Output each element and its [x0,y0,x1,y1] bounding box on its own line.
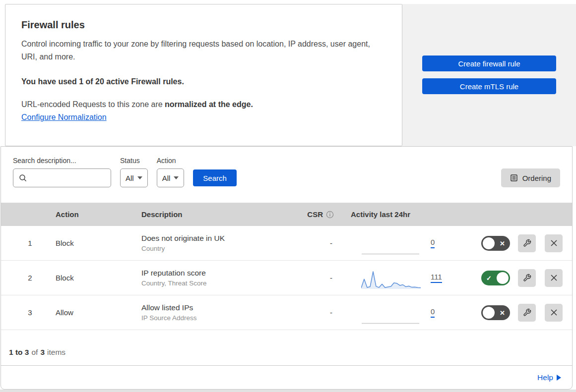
create-mtls-rule-button[interactable]: Create mTLS rule [422,78,556,94]
help-link[interactable]: Help [537,373,561,382]
rule-activity-cell: 0 [345,301,466,324]
table-row: 2 Block IP reputation score Country, Thr… [1,261,572,295]
edit-rule-button[interactable] [518,269,536,287]
status-filter-label: Status [120,157,148,165]
rule-enabled-toggle[interactable]: ✓ ✕ [481,271,510,285]
wrench-icon [523,239,531,247]
rule-enabled-toggle[interactable]: ✓ ✕ [481,305,510,320]
edit-rule-button[interactable] [518,234,536,252]
top-section: Firewall rules Control incoming traffic … [0,0,576,146]
rule-csr-value: - [293,274,345,282]
page-title: Firewall rules [21,19,377,31]
search-field: Search description... [13,157,111,187]
rule-priority: 3 [1,308,48,317]
delete-rule-button[interactable] [545,304,563,322]
filter-bar: Search description... Status All Action [1,147,572,203]
configure-normalization-link[interactable]: Configure Normalization [21,113,107,122]
intro-description: Control incoming traffic to your zone by… [21,38,374,63]
chevron-down-icon [137,176,142,179]
rule-csr-value: - [293,239,345,247]
ordering-button[interactable]: Ordering [501,168,560,187]
table-row: 3 Allow Allow listed IPs IP Source Addre… [1,295,572,330]
rule-description: Allow listed IPs [141,303,293,312]
header-description: Description [134,210,293,219]
header-csr: CSR [293,210,345,219]
rule-priority: 1 [1,239,48,247]
rule-description: IP reputation score [141,269,293,278]
header-activity: Activity last 24hr [345,210,466,219]
status-filter: Status All [120,157,148,187]
rule-csr-value: - [293,308,345,317]
search-label: Search description... [13,157,111,165]
close-icon [550,309,558,316]
toggle-knob [497,272,509,284]
help-bar: Help [1,365,572,389]
rule-activity-cell: 0 [345,232,466,255]
toggle-knob [483,307,495,319]
activity-sparkline [361,270,421,289]
edit-rule-button[interactable] [518,304,536,322]
rule-controls: ✓ ✕ [466,269,572,287]
action-filter: Action All [157,157,185,187]
normalization-text: URL-encoded Requests to this zone are no… [21,100,377,109]
close-icon [550,239,558,247]
ordering-button-label: Ordering [522,174,551,182]
action-filter-value: All [162,174,171,182]
activity-count-link[interactable]: 0 [431,238,435,248]
create-firewall-rule-button[interactable]: Create firewall rule [422,56,556,71]
search-icon [19,174,27,182]
list-document-icon [510,174,518,182]
help-link-label: Help [537,373,553,382]
intro-card: Firewall rules Control incoming traffic … [5,4,402,146]
actions-panel: Create firewall rule Create mTLS rule [402,4,576,146]
rule-description: Does not originate in UK [141,234,293,243]
items-total: 3 [40,348,45,357]
toggle-knob [483,237,495,249]
rule-action: Allow [48,308,134,317]
rules-list-card: Search description... Status All Action [0,146,573,390]
activity-sparkline [361,235,421,255]
table-header: Action Description CSR Activity last 24h… [1,203,572,226]
rule-description-cell: Allow listed IPs IP Source Address [134,303,293,322]
rule-description-cell: IP reputation score Country, Threat Scor… [134,269,293,287]
activity-count-link[interactable]: 111 [431,273,442,283]
check-icon: ✓ [486,274,492,281]
wrench-icon [523,274,531,282]
action-filter-label: Action [157,157,185,165]
rule-description-cell: Does not originate in UK Country [134,234,293,252]
rule-controls: ✓ ✕ [466,234,572,252]
rule-priority: 2 [1,274,48,282]
chevron-down-icon [174,176,179,179]
table-row: 1 Block Does not originate in UK Country… [1,226,572,261]
activity-sparkline [361,304,421,324]
rule-action: Block [48,274,134,282]
delete-rule-button[interactable] [545,269,563,287]
x-icon: ✕ [500,309,505,316]
rule-controls: ✓ ✕ [466,304,572,322]
firewall-rules-page: Firewall rules Control incoming traffic … [0,0,576,392]
normalization-bold: normalized at the edge. [165,100,253,109]
rules-usage-text: You have used 1 of 20 active Firewall ru… [21,77,377,86]
header-action: Action [48,210,134,219]
table-footer: 1 to 3 of 3 items [1,330,572,365]
items-range: 1 to 3 [9,348,29,357]
search-input[interactable] [13,169,111,187]
activity-count-link[interactable]: 0 [431,307,435,318]
close-icon [550,274,558,281]
status-filter-dropdown[interactable]: All [120,168,148,187]
page-bottom-strip [0,390,576,392]
rule-fields: Country, Threat Score [141,280,293,287]
search-button[interactable]: Search [193,169,237,186]
info-icon[interactable] [326,211,334,219]
rule-fields: IP Source Address [141,314,293,322]
status-filter-value: All [126,174,134,182]
x-icon: ✕ [500,239,505,247]
arrow-right-icon [557,375,561,381]
wrench-icon [523,308,531,317]
rule-action: Block [48,239,134,247]
action-filter-dropdown[interactable]: All [157,168,185,187]
rule-enabled-toggle[interactable]: ✓ ✕ [481,236,510,251]
delete-rule-button[interactable] [545,234,563,252]
rule-fields: Country [141,245,293,252]
rule-activity-cell: 111 [345,267,466,289]
